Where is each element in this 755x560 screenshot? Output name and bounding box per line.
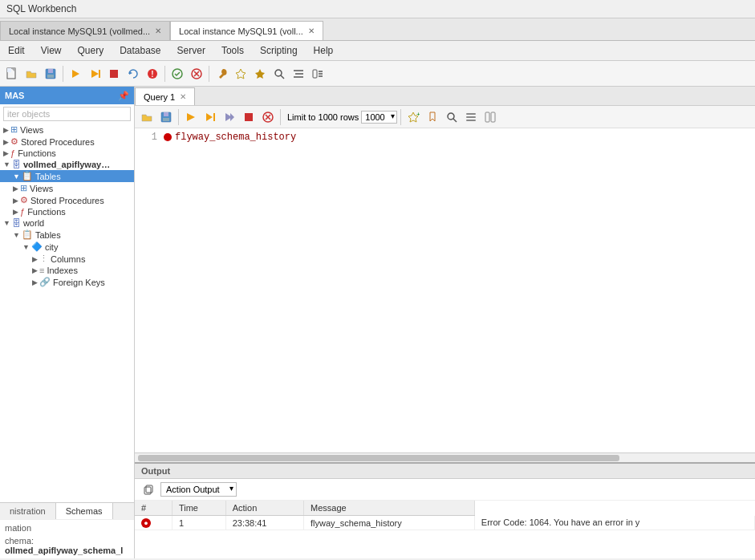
toolbar-star2-btn[interactable] <box>251 65 269 83</box>
toolbar-refresh-btn[interactable] <box>124 65 142 83</box>
tree-item-world-schema[interactable]: ▼ 🗄 world <box>0 217 134 229</box>
toolbar-new-btn[interactable] <box>3 65 21 83</box>
tab-1-close[interactable]: ✕ <box>155 26 161 35</box>
svg-line-17 <box>281 75 284 79</box>
q-explain-btn[interactable] <box>221 109 238 125</box>
toolbar-star-btn[interactable] <box>232 65 250 83</box>
sidebar-header: MAS 📌 <box>0 87 134 104</box>
code-line-1: 1 flyway_schema_history <box>138 132 752 143</box>
search-placeholder: iter objects <box>7 109 50 119</box>
col-message: Message <box>304 501 475 516</box>
toolbar-check-btn[interactable] <box>168 65 186 83</box>
code-editor[interactable]: 1 flyway_schema_history <box>135 128 755 452</box>
arrow-icon: ▼ <box>3 219 10 227</box>
menu-server[interactable]: Server <box>169 43 213 59</box>
toolbar-save-btn[interactable] <box>42 65 59 83</box>
tab-2-close[interactable]: ✕ <box>308 26 315 35</box>
q-indent-btn[interactable] <box>462 109 480 125</box>
tree-item-indexes[interactable]: ▶ ≡ Indexes <box>0 265 134 276</box>
tab-label: nistration <box>10 506 46 516</box>
tree-item-foreign-keys[interactable]: ▶ 🔗 Foreign Keys <box>0 276 134 288</box>
toolbar-indent-btn[interactable] <box>290 65 307 83</box>
q-run-sel-btn[interactable] <box>201 109 219 125</box>
menu-database[interactable]: Database <box>112 43 168 59</box>
tree-item-vollmed-schema[interactable]: ▼ 🗄 vollmed_apiflyway_schen <box>0 159 134 170</box>
cell-error-icon: ● <box>135 516 172 530</box>
tree-item-views-top[interactable]: ▶ ⊞ Views <box>0 124 134 136</box>
h-scrollbar[interactable] <box>135 452 755 462</box>
menu-edit[interactable]: Edit <box>0 43 33 59</box>
toolbar-format-btn[interactable] <box>309 65 327 83</box>
svg-marker-15 <box>255 69 265 79</box>
arrow-icon: ▼ <box>22 243 30 251</box>
toolbar-cancel-btn[interactable] <box>188 65 205 83</box>
svg-marker-28 <box>187 113 195 121</box>
indexes-icon: ≡ <box>39 266 44 275</box>
tab-administration[interactable]: nistration <box>0 503 56 519</box>
toolbar-open-btn[interactable] <box>22 65 40 83</box>
tree-item-tables-vollmed[interactable]: ▼ 📋 Tables <box>0 170 134 182</box>
q-cancel-btn[interactable] <box>259 109 277 125</box>
menu-tools[interactable]: Tools <box>213 43 252 59</box>
fk-icon: 🔗 <box>39 277 51 287</box>
toolbar-run-btn[interactable] <box>67 65 84 83</box>
tree-item-tables-world[interactable]: ▼ 📋 Tables <box>0 229 134 241</box>
svg-marker-29 <box>206 113 213 121</box>
limit-dropdown-wrapper[interactable]: 1000 500 200 100 <box>361 111 397 124</box>
svg-rect-27 <box>163 118 169 121</box>
tab-schemas[interactable]: Schemas <box>56 503 113 519</box>
q-bookmark-btn[interactable] <box>424 109 441 125</box>
menu-help[interactable]: Help <box>306 43 342 59</box>
tab-2[interactable]: Local instance MySQL91 (voll... ✕ <box>170 21 323 40</box>
sidebar-search[interactable]: iter objects <box>3 107 131 121</box>
output-select-wrapper[interactable]: Action Output <box>160 482 237 497</box>
tree-item-views-vollmed[interactable]: ▶ ⊞ Views <box>0 182 134 194</box>
tree-item-funcs-vollmed[interactable]: ▶ ƒ Functions <box>0 206 134 217</box>
menu-view[interactable]: View <box>33 43 70 59</box>
tab-1-label: Local instance MySQL91 (vollmed... <box>9 26 150 36</box>
q-star-add-btn[interactable]: + <box>404 109 422 125</box>
schema-key: chema: <box>5 536 34 546</box>
toolbar-wrench-btn[interactable] <box>213 65 230 83</box>
svg-rect-43 <box>491 112 495 122</box>
q-run-btn[interactable] <box>182 109 200 125</box>
output-copy-btn[interactable] <box>140 481 157 497</box>
arrow-icon: ▶ <box>3 138 9 146</box>
tree-item-sprocs-vollmed[interactable]: ▶ ⚙ Stored Procedures <box>0 194 134 206</box>
output-select[interactable]: Action Output <box>160 482 237 497</box>
tree-item-sprocs-top[interactable]: ▶ ⚙ Stored Procedures <box>0 136 134 148</box>
toolbar-stop-btn[interactable] <box>105 65 123 83</box>
tree-item-columns[interactable]: ▶ ⋮ Columns <box>0 253 134 265</box>
svg-rect-45 <box>146 485 152 493</box>
toolbar-run-selection-btn[interactable] <box>86 65 104 83</box>
toolbar-btn-red[interactable]: ! <box>144 65 161 83</box>
menu-scripting[interactable]: Scripting <box>252 43 306 59</box>
svg-marker-8 <box>110 70 118 78</box>
tables-icon: 📋 <box>22 229 33 240</box>
h-scroll-thumb[interactable] <box>138 455 619 461</box>
arrow-icon: ▶ <box>32 255 38 263</box>
q-save-btn[interactable] <box>157 109 175 125</box>
q-search-btn[interactable] <box>443 109 461 125</box>
title-bar: SQL Workbench <box>0 0 755 18</box>
svg-point-16 <box>275 70 282 76</box>
tab-1[interactable]: Local instance MySQL91 (vollmed... ✕ <box>0 21 170 40</box>
q-stop-btn[interactable] <box>240 109 258 125</box>
sprocs-icon: ⚙ <box>20 195 28 205</box>
tree-item-funcs-top[interactable]: ▶ ƒ Functions <box>0 148 134 159</box>
limit-dropdown[interactable]: 1000 500 200 100 <box>361 111 397 124</box>
cell-time: 23:38:41 <box>225 516 303 530</box>
query-tab-1[interactable]: Query 1 ✕ <box>135 87 195 105</box>
tree-label: Views <box>30 184 53 193</box>
tree-item-city[interactable]: ▼ 🔷 city <box>0 241 134 253</box>
output-area: Output Action Output # Time <box>135 462 755 558</box>
q-folder-btn[interactable] <box>138 109 156 125</box>
toolbar-search2-btn[interactable] <box>270 65 288 83</box>
arrow-icon: ▼ <box>13 231 20 239</box>
query-tab-close[interactable]: ✕ <box>180 92 186 101</box>
cell-message: Error Code: 1064. You have an error in y <box>474 516 754 530</box>
menu-query[interactable]: Query <box>69 43 112 59</box>
code-content-1: flyway_schema_history <box>175 132 296 143</box>
q-columns-btn[interactable] <box>481 109 499 125</box>
sidebar-pin-icon[interactable]: 📌 <box>118 91 129 101</box>
